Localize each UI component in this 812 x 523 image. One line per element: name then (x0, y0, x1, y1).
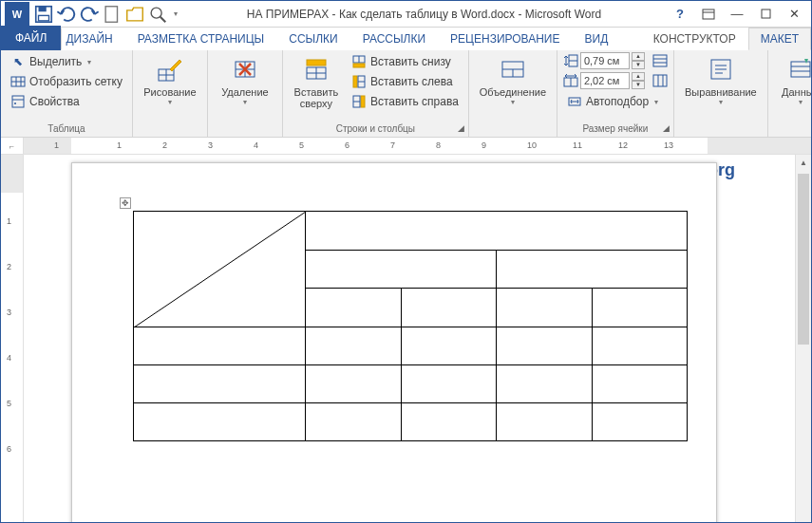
alignment-button[interactable]: Выравнивание ▾ (680, 52, 762, 108)
table-cell[interactable] (306, 250, 497, 289)
ribbon-display-icon[interactable] (695, 4, 722, 25)
table-row[interactable] (134, 403, 688, 441)
table-cell[interactable] (306, 327, 402, 365)
insert-above-button[interactable]: Вставить сверху (289, 52, 344, 111)
maximize-icon[interactable] (752, 4, 779, 25)
distribute-cols-icon[interactable] (652, 74, 668, 87)
table-cell[interactable] (497, 403, 593, 441)
data-button[interactable]: Данные ▾ (774, 52, 812, 108)
horizontal-ruler[interactable]: 1 1 2 3 4 5 6 7 8 9 10 11 12 13 (24, 138, 811, 155)
close-icon[interactable]: ✕ (781, 4, 807, 25)
table-cell[interactable] (592, 327, 688, 365)
tab-constructor[interactable]: КОНСТРУКТОР (641, 28, 748, 50)
table-cell[interactable] (134, 403, 306, 441)
table-cell-diagonal[interactable] (134, 212, 306, 327)
dialog-launcher-icon[interactable]: ◢ (458, 123, 464, 133)
table-cell[interactable] (306, 289, 402, 327)
print-preview-icon[interactable] (147, 4, 168, 25)
vertical-scrollbar[interactable]: ▲ ▼ (795, 155, 811, 523)
insert-right-icon (351, 94, 367, 109)
ruler-mark: 4 (254, 140, 258, 150)
document-table[interactable] (133, 211, 688, 441)
new-doc-icon[interactable] (102, 4, 123, 25)
group-rows-columns: Вставить сверху Вставить снизу Вставить … (283, 50, 469, 137)
vertical-ruler[interactable]: 1 2 3 4 5 6 (1, 155, 24, 523)
tab-layout[interactable]: МАКЕТ (748, 28, 811, 50)
table-cell[interactable] (592, 289, 688, 327)
ruler-mark: 8 (436, 140, 441, 150)
tab-page-layout[interactable]: РАЗМЕТКА СТРАНИЦЫ (125, 28, 277, 50)
table-row[interactable] (134, 365, 688, 403)
distribute-rows-icon[interactable] (652, 54, 668, 67)
table-cell[interactable] (306, 212, 688, 251)
ruler-mark: 12 (618, 140, 628, 150)
row-height-input[interactable]: 0,79 см (580, 52, 630, 69)
ruler-mark: 1 (7, 216, 11, 226)
page-container[interactable]: naprimerax.org ✥ (24, 155, 811, 523)
height-spinner[interactable]: ▲▼ (632, 52, 645, 69)
col-width-input[interactable]: 2,02 см (580, 72, 630, 89)
insert-below-button[interactable]: Вставить снизу (348, 52, 463, 71)
insert-right-button[interactable]: Вставить справа (348, 92, 463, 111)
properties-button[interactable]: Свойства (7, 92, 126, 111)
group-cell-size: 0,79 см ▲▼ 2,02 см ▲▼ Автоподбор▾ Размер… (557, 50, 674, 137)
dialog-launcher-icon[interactable]: ◢ (663, 123, 670, 133)
insert-left-button[interactable]: Вставить слева (348, 72, 463, 91)
table-cell[interactable] (497, 365, 593, 403)
table-cell[interactable] (401, 289, 497, 327)
table-cell[interactable] (401, 327, 497, 365)
qat-customize-icon[interactable]: ▾ (170, 4, 181, 25)
autofit-button[interactable]: Автоподбор▾ (563, 92, 668, 111)
open-icon[interactable] (124, 4, 145, 25)
tab-review[interactable]: РЕЦЕНЗИРОВАНИЕ (438, 28, 572, 50)
pencil-icon (155, 54, 185, 84)
spinner-up-icon[interactable]: ▲ (632, 52, 645, 61)
scroll-up-icon[interactable]: ▲ (796, 155, 811, 171)
table-cell[interactable] (592, 403, 688, 441)
select-button[interactable]: ⬉Выделить▾ (7, 52, 126, 71)
redo-icon[interactable] (79, 4, 100, 25)
tab-design[interactable]: ДИЗАЙН (61, 28, 124, 50)
delete-button[interactable]: Удаление ▾ (214, 52, 276, 108)
table-cell[interactable] (497, 289, 593, 327)
tab-mailings[interactable]: РАССЫЛКИ (350, 28, 438, 50)
merge-cells-icon (498, 54, 528, 84)
insert-right-label: Вставить справа (370, 95, 459, 108)
spinner-up-icon[interactable]: ▲ (632, 72, 645, 81)
spinner-down-icon[interactable]: ▼ (632, 61, 645, 69)
table-row[interactable] (134, 327, 688, 365)
table-cell[interactable] (134, 365, 306, 403)
undo-icon[interactable] (56, 4, 77, 25)
table-cell[interactable] (306, 403, 402, 441)
draw-button[interactable]: Рисование ▾ (139, 52, 201, 108)
width-spinner[interactable]: ▲▼ (632, 72, 645, 89)
save-icon[interactable] (33, 4, 54, 25)
word-app-icon: W (5, 2, 29, 27)
autofit-label: Автоподбор (586, 95, 649, 108)
minimize-icon[interactable]: — (724, 4, 750, 25)
merge-button[interactable]: Объединение ▾ (475, 52, 551, 108)
table-move-handle-icon[interactable]: ✥ (120, 197, 131, 209)
table-cell[interactable] (401, 403, 497, 441)
tab-view[interactable]: ВИД (573, 28, 621, 50)
svg-rect-34 (361, 96, 365, 107)
gridlines-button[interactable]: Отобразить сетку (7, 72, 126, 91)
ruler-mark: 3 (208, 140, 213, 150)
table-cell[interactable] (497, 327, 593, 365)
tab-file[interactable]: ФАЙЛ (1, 26, 61, 50)
table-cell[interactable] (497, 250, 688, 289)
chevron-down-icon: ▾ (511, 98, 515, 106)
table-cell[interactable] (306, 365, 402, 403)
help-icon[interactable]: ? (667, 4, 693, 25)
table-cell[interactable] (134, 327, 306, 365)
select-label: Выделить (29, 55, 82, 68)
scroll-thumb[interactable] (798, 174, 809, 345)
tab-references[interactable]: ССЫЛКИ (276, 28, 349, 50)
table-cell[interactable] (401, 365, 497, 403)
table-row[interactable] (134, 212, 688, 251)
svg-rect-13 (12, 96, 24, 107)
spinner-down-icon[interactable]: ▼ (632, 81, 645, 89)
table-cell[interactable] (592, 365, 688, 403)
document-page[interactable]: ✥ (71, 162, 717, 523)
group-delete: Удаление ▾ . (208, 50, 283, 137)
